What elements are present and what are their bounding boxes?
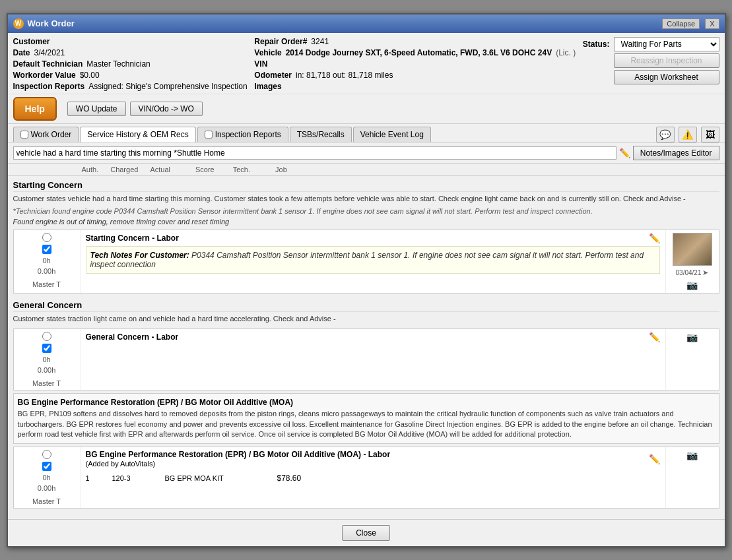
vin-odo-button[interactable]: VIN/Odo -> WO	[130, 102, 203, 116]
labor-image-thumbnail[interactable]	[673, 233, 712, 266]
part-price: $78.60	[277, 474, 302, 483]
bg-labor-middle: BG Engine Performance Restoration (EPR) …	[80, 447, 666, 508]
date-row: Date 3/4/2021	[13, 48, 248, 57]
main-content: Starting Concern Customer states vehicle…	[8, 176, 725, 519]
general-concern-labor-row: 0h 0.00h Master T General Concern - Labo…	[13, 328, 719, 390]
bg-labor-title: BG Engine Performance Restoration (EPR) …	[86, 450, 660, 468]
bg-labor-edit-icon[interactable]: ✏️	[649, 454, 660, 464]
starting-concern-labor-row: 0h 0.00h Master T Starting Concern - Lab…	[13, 230, 719, 294]
tech-label: Default Technician	[13, 59, 83, 69]
labor-tech: Master T	[32, 280, 61, 288]
col-charged: Charged	[108, 165, 141, 174]
column-headers: Auth. Charged Actual Score Tech. Job	[8, 164, 725, 176]
assign-worksheet-button[interactable]: Assign Worksheet	[614, 70, 719, 84]
tab-inspection-reports[interactable]: Inspection Reports	[197, 127, 288, 142]
tech-value: Master Technician	[86, 59, 150, 69]
header-right: Status: Waiting For Parts In Progress Co…	[583, 37, 719, 91]
tab-work-order[interactable]: Work Order	[13, 127, 79, 142]
general-camera-icon[interactable]: 📷	[686, 332, 698, 342]
notes-images-editor-button[interactable]: Notes/Images Editor	[633, 146, 719, 160]
header-center: Repair Order# 3241 Vehicle 2014 Dodge Jo…	[254, 37, 576, 91]
image-icon-button[interactable]: 🖼	[701, 127, 719, 142]
bg-labor-radio[interactable]	[42, 450, 51, 459]
status-label: Status:	[583, 40, 610, 49]
status-dropdown[interactable]: Waiting For Parts In Progress Complete W…	[614, 37, 719, 51]
bg-camera-icon[interactable]: 📷	[686, 450, 698, 460]
general-concern-section: General Concern Customer states traction…	[13, 296, 719, 390]
notes-edit-icon: ✏️	[619, 148, 630, 158]
bg-labor-actual: 0.00h	[38, 484, 56, 492]
date-label: Date	[13, 48, 30, 57]
camera-icon[interactable]: 📷	[686, 280, 698, 290]
notes-bar: ✏️ Notes/Images Editor	[8, 143, 725, 164]
odometer-value: in: 81,718 out: 81,718 miles	[296, 71, 393, 80]
starting-concern-found: Found engine is out of timing, remove ti…	[13, 216, 719, 227]
title-bar-left: W Work Order	[13, 18, 75, 29]
starting-concern-section: Starting Concern Customer states vehicle…	[13, 176, 719, 294]
tech-note-label: Tech Notes For Customer:	[90, 251, 189, 260]
collapse-button[interactable]: Collapse	[662, 18, 700, 29]
bg-labor-row: 0h 0.00h Master T BG Engine Performance …	[13, 447, 719, 509]
wo-value-row: Workorder Value $0.00	[13, 71, 248, 80]
notes-input[interactable]	[13, 146, 616, 160]
customer-label: Customer	[13, 37, 50, 46]
wo-value-label: Workorder Value	[13, 71, 76, 80]
window-title: Work Order	[28, 18, 75, 28]
tech-row: Default Technician Master Technician	[13, 59, 248, 69]
header-section: Customer Date 3/4/2021 Default Technicia…	[8, 33, 725, 94]
general-labor-actual: 0.00h	[38, 366, 56, 374]
bg-description: BG EPR, PN109 softens and dissolves hard…	[18, 409, 715, 439]
tab-service-history[interactable]: Service History & OEM Recs	[80, 127, 195, 142]
bg-labor-left: 0h 0.00h Master T	[14, 447, 80, 508]
bg-added-by: (Added by AutoVitals)	[86, 460, 156, 468]
bg-labor-checkbox[interactable]	[42, 462, 51, 471]
tab-inspection-checkbox[interactable]	[205, 131, 213, 139]
vehicle-label: Vehicle	[254, 48, 281, 57]
tech-note-box: Tech Notes For Customer: P0344 Camshaft …	[86, 246, 660, 274]
bg-description-box: BG Engine Performance Restoration (EPR) …	[13, 393, 719, 444]
img-arrow-icon[interactable]: ➤	[702, 268, 708, 277]
bg-section: BG Engine Performance Restoration (EPR) …	[13, 393, 719, 509]
col-actual: Actual	[147, 165, 173, 174]
bg-title: BG Engine Performance Restoration (EPR) …	[18, 398, 715, 407]
vehicle-lic: (Lic. )	[556, 48, 576, 57]
bg-labor-hours: 0h	[42, 474, 50, 482]
general-concern-text: Customer states traction light came on a…	[13, 312, 719, 326]
wo-update-button[interactable]: WO Update	[67, 102, 126, 116]
general-labor-edit-icon[interactable]: ✏️	[649, 332, 660, 342]
labor-hours: 0h	[42, 257, 50, 264]
chat-icon-button[interactable]: 💬	[656, 127, 675, 142]
general-labor-radio[interactable]	[42, 332, 51, 341]
labor-checkbox[interactable]	[42, 245, 51, 254]
warning-icon-button[interactable]: ⚠️	[679, 127, 697, 142]
header-left: Customer Date 3/4/2021 Default Technicia…	[13, 37, 248, 91]
part-desc: BG EPR MOA KIT	[165, 474, 264, 482]
col-job: Job	[273, 165, 290, 174]
vin-row: VIN	[254, 59, 576, 69]
labor-left-controls: 0h 0.00h Master T	[14, 230, 80, 293]
labor-radio[interactable]	[42, 233, 51, 242]
inspection-value: Assigned: Shige's Comprehensive Inspecti…	[88, 82, 247, 91]
close-button[interactable]: Close	[342, 525, 390, 541]
part-qty: 1	[86, 474, 99, 482]
work-order-window: W Work Order Collapse X Customer Date 3/…	[7, 13, 726, 547]
tab-tsbs[interactable]: TSBs/Recalls	[290, 127, 352, 142]
tab-vehicle-event-log[interactable]: Vehicle Event Log	[353, 127, 431, 142]
vin-label: VIN	[254, 59, 267, 69]
close-button[interactable]: X	[705, 18, 719, 29]
general-labor-checkbox[interactable]	[42, 344, 51, 353]
starting-concern-note: *Technician found engine code P0344 Cams…	[13, 206, 719, 216]
vehicle-value: 2014 Dodge Journey SXT, 6-Speed Automati…	[286, 48, 552, 57]
vehicle-row: Vehicle 2014 Dodge Journey SXT, 6-Speed …	[254, 48, 576, 57]
labor-edit-icon[interactable]: ✏️	[649, 233, 660, 243]
help-button[interactable]: Help	[13, 97, 57, 121]
tab-action-icons: 💬 ⚠️ 🖼	[656, 127, 719, 142]
labor-actual: 0.00h	[38, 267, 56, 275]
repair-order-row: Repair Order# 3241	[254, 37, 576, 46]
app-icon: W	[13, 18, 24, 29]
reassign-inspection-button[interactable]: Reassign Inspection	[614, 53, 719, 68]
date-value: 3/4/2021	[34, 48, 65, 57]
tab-work-order-checkbox[interactable]	[20, 131, 28, 139]
inspection-row: Inspection Reports Assigned: Shige's Com…	[13, 82, 248, 91]
part-code: 120-3	[112, 474, 152, 482]
